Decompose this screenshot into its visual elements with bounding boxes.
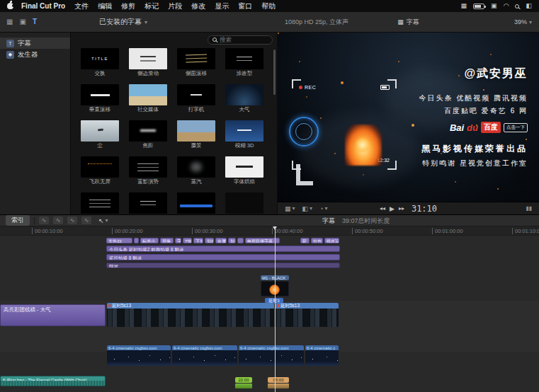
play-button[interactable]: ▶	[390, 205, 395, 212]
media-sidebar-icon[interactable]: ▦	[6, 18, 13, 25]
title-clip[interactable]: 标准小	[140, 238, 159, 243]
template-thumbnail	[129, 120, 167, 142]
title-clip[interactable]	[237, 238, 244, 243]
title-clip[interactable]: 替换	[160, 238, 174, 243]
title-template[interactable]	[225, 192, 263, 214]
mini-clip[interactable]	[268, 384, 289, 388]
title-template[interactable]: 字体烘焙	[225, 156, 263, 185]
title-template[interactable]: 侧面滚移	[177, 48, 215, 76]
title-clip[interactable]: 分包	[311, 238, 323, 243]
audio-meters-icon[interactable]: ▮▮	[526, 205, 532, 212]
handle-text: @武安男巫	[419, 67, 528, 81]
mini-clip[interactable]	[235, 384, 252, 388]
template-thumbnail	[177, 156, 215, 178]
connected-video-clip[interactable]: 6-4 cinematic csgbsv.com	[172, 345, 237, 366]
title-template[interactable]: 尘	[81, 120, 119, 149]
skip-forward-button[interactable]: ▸▸	[399, 205, 404, 212]
index-button[interactable]: 索引	[6, 215, 30, 226]
title-clip[interactable]: 线改写分	[324, 238, 339, 243]
video-clip-name: 延时5s13	[107, 303, 274, 309]
music-clip[interactable]: K-Ring bag - The Eternal Castle (With Ch…	[0, 376, 106, 386]
app-menu[interactable]: Final Cut Pro	[21, 2, 65, 10]
title-clip[interactable]: 字	[175, 238, 181, 243]
menu-item[interactable]: 标记	[144, 1, 159, 11]
playhead[interactable]	[275, 226, 276, 392]
template-name: 焦距	[129, 142, 167, 149]
display-icon[interactable]: ▦	[461, 3, 467, 9]
title-template[interactable]	[177, 192, 215, 214]
tool-menu[interactable]: ↖▾	[98, 217, 108, 224]
menu-item[interactable]: 帮助	[261, 1, 276, 11]
zoom-control[interactable]: 39% ▾	[419, 18, 532, 25]
menu-item[interactable]: 窗口	[238, 1, 252, 11]
appearance-icon-3[interactable]: ∿	[67, 217, 77, 224]
title-clip[interactable]: 划出	[205, 238, 214, 243]
title-template[interactable]: 蜃景	[177, 120, 215, 149]
list-icon: ▦	[397, 18, 404, 25]
sidebar-item-字幕[interactable]: T字幕	[0, 38, 70, 49]
title-template[interactable]: 涂改型	[225, 48, 263, 76]
input-source-icon[interactable]: ▣	[491, 3, 497, 9]
template-name: 尘	[81, 142, 119, 149]
title-template[interactable]	[129, 192, 167, 214]
template-thumbnail	[81, 156, 119, 178]
title-template[interactable]: 蒸汽	[177, 156, 215, 185]
battery-icon[interactable]	[473, 4, 484, 9]
storyline-clip[interactable]: 今日头条 延时拍摄2 标题拍摄 8 翻录	[106, 246, 340, 252]
menu-item[interactable]: 文件	[74, 1, 89, 11]
menu-item[interactable]: 编辑	[98, 1, 112, 11]
title-clip[interactable]: T恤	[183, 238, 192, 243]
search-input[interactable]	[220, 36, 262, 43]
sidebar-item-发生器[interactable]: ◆发生器	[0, 49, 70, 60]
photos-audio-icon[interactable]: ▣	[19, 18, 25, 25]
appearance-icon-4[interactable]: ∿	[81, 217, 91, 224]
video-clip[interactable]: 延时5s13	[107, 303, 274, 327]
title-template[interactable]: 侧边滑动	[129, 48, 167, 76]
title-template[interactable]: 焦距	[129, 120, 167, 149]
title-clip[interactable]: 下划	[193, 238, 203, 243]
title-template[interactable]: 模糊 3D	[225, 120, 263, 149]
title-template[interactable]: 垂直滚移	[81, 84, 119, 113]
control-center-icon[interactable]: ◧	[526, 3, 532, 9]
skip-back-button[interactable]: ◂◂	[380, 205, 385, 212]
wifi-icon[interactable]: ◠	[504, 3, 509, 9]
title-template[interactable]: 打字机	[177, 84, 215, 113]
title-clip[interactable]: 延	[300, 238, 310, 243]
viewer-header: 1080p HD 25p, 立体声 ▦ 字幕 39% ▾	[278, 18, 539, 27]
title-template[interactable]: 社交媒体	[129, 84, 167, 113]
menu-item[interactable]: 显示	[215, 1, 229, 11]
storyline-clip[interactable]: 阴屋	[106, 263, 340, 268]
appearance-icon-1[interactable]: ∿	[39, 217, 49, 224]
title-clip[interactable]	[134, 238, 139, 243]
viewer-canvas[interactable]: REC 12:32 @武安男巫 今日头条 优酷视频 腾讯视频 百度贴吧 爱奇艺 …	[278, 33, 539, 202]
search-field[interactable]	[208, 35, 273, 45]
apple-menu-icon[interactable]	[7, 3, 13, 9]
titles-generators-icon[interactable]: T	[33, 18, 37, 25]
storyline-clip[interactable]: 监控拍摄 8 翻录	[106, 254, 340, 260]
template-thumbnail	[225, 48, 263, 69]
title-template[interactable]: 蓝影演势	[129, 156, 167, 185]
primary-title-clip[interactable]: 高亮彩团线稿 - 大气	[0, 304, 106, 326]
menu-item[interactable]: 片段	[168, 1, 182, 11]
search-icon[interactable]	[515, 4, 519, 8]
title-clip[interactable]: 划	[228, 238, 236, 243]
video-clip[interactable]: 延时5s13	[276, 303, 339, 327]
timeline-ruler[interactable]: 00:00:10:0000:00:20:0000:00:30:0000:00:4…	[0, 226, 539, 236]
menu-item[interactable]: 修剪	[121, 1, 135, 11]
connected-video-clip[interactable]: 6-4 cinematic csgbsv.com	[239, 345, 304, 366]
menu-item[interactable]: 修改	[191, 1, 205, 11]
browser-title[interactable]: 已安装的字幕	[99, 17, 142, 27]
browser-scrollbar[interactable]	[273, 50, 276, 95]
title-clip[interactable]: 大热33	[106, 238, 132, 243]
timeline-tracks[interactable]: 大热33标准小替换字T恤下划划出金属划电视联播字幕延分包线改写分今日头条 延时拍…	[0, 236, 539, 392]
template-thumbnail	[177, 84, 215, 105]
viewer-tab[interactable]: ▦ 字幕	[397, 18, 419, 27]
title-template[interactable]: 飞跃无屏	[81, 156, 119, 185]
title-template[interactable]: 大气	[225, 84, 263, 113]
title-template[interactable]: TITLE交换	[81, 48, 119, 76]
appearance-icon-2[interactable]: ∿	[53, 217, 63, 224]
connected-video-clip[interactable]: 6-4 cinematic c	[305, 345, 339, 366]
connected-video-clip[interactable]: 6-4 cinematic csgbsv.com	[107, 345, 171, 366]
title-template[interactable]	[81, 192, 119, 214]
title-clip[interactable]: 金属	[215, 238, 227, 243]
